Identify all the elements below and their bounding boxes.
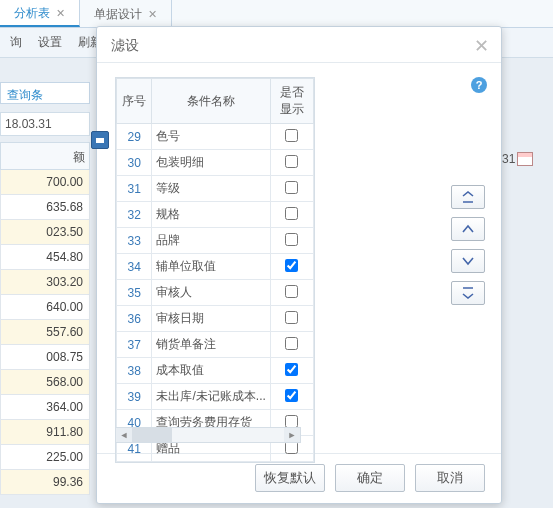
bg-tab-analysis[interactable]: 分析表 ✕	[0, 0, 80, 27]
cell-name: 辅单位取值	[152, 254, 270, 280]
cell-name: 销货单备注	[152, 332, 270, 358]
filter-grid: 序号 条件名称 是否显示 29色号30包装明细31等级32规格33品牌34辅单位…	[115, 77, 315, 463]
date-end-value: 31	[502, 152, 515, 166]
col-name[interactable]: 条件名称	[152, 79, 270, 124]
table-row[interactable]: 31等级	[117, 176, 314, 202]
table-cell: 640.00	[0, 295, 90, 320]
bg-tab-label: 分析表	[14, 5, 50, 22]
cell-name: 包装明细	[152, 150, 270, 176]
filter-dialog: 滤设 ✕ ? 序号 条件名称 是否显示 29色号30包装明细31等级32规格33…	[96, 26, 502, 504]
cell-name: 色号	[152, 124, 270, 150]
date-field[interactable]: 18.03.31	[0, 112, 90, 136]
show-checkbox[interactable]	[285, 389, 298, 402]
table-row[interactable]: 38成本取值	[117, 358, 314, 384]
cell-name: 规格	[152, 202, 270, 228]
chevron-top-icon	[461, 191, 475, 203]
horizontal-scrollbar[interactable]: ◄ ►	[115, 427, 301, 443]
cell-sn: 31	[117, 176, 152, 202]
cell-show	[270, 228, 313, 254]
table-row[interactable]: 35审核人	[117, 280, 314, 306]
show-checkbox[interactable]	[285, 181, 298, 194]
query-tab[interactable]: 查询条	[0, 82, 90, 104]
dialog-title-bar: 滤设 ✕	[97, 27, 501, 63]
cell-show	[270, 280, 313, 306]
bg-col-head: 额	[0, 142, 90, 170]
cell-show	[270, 202, 313, 228]
close-icon[interactable]: ✕	[474, 35, 489, 57]
cell-name: 等级	[152, 176, 270, 202]
cell-show	[270, 254, 313, 280]
cell-sn: 33	[117, 228, 152, 254]
cell-sn: 37	[117, 332, 152, 358]
table-row[interactable]: 30包装明细	[117, 150, 314, 176]
table-cell: 700.00	[0, 170, 90, 195]
date-end-field[interactable]: 31	[502, 148, 547, 170]
table-row[interactable]: 33品牌	[117, 228, 314, 254]
table-cell: 635.68	[0, 195, 90, 220]
move-bottom-button[interactable]	[451, 281, 485, 305]
table-cell: 557.60	[0, 320, 90, 345]
show-checkbox[interactable]	[285, 207, 298, 220]
table-cell: 303.20	[0, 270, 90, 295]
cell-sn: 39	[117, 384, 152, 410]
restore-default-button[interactable]: 恢复默认	[255, 464, 325, 492]
show-checkbox[interactable]	[285, 337, 298, 350]
table-cell: 225.00	[0, 445, 90, 470]
cell-sn: 29	[117, 124, 152, 150]
cell-show	[270, 358, 313, 384]
table-cell: 023.50	[0, 220, 90, 245]
show-checkbox[interactable]	[285, 415, 298, 428]
tool-query[interactable]: 询	[2, 34, 30, 51]
calendar-icon[interactable]	[517, 152, 533, 166]
close-icon[interactable]: ✕	[148, 8, 157, 21]
table-cell: 364.00	[0, 395, 90, 420]
col-show[interactable]: 是否显示	[270, 79, 313, 124]
table-row[interactable]: 32规格	[117, 202, 314, 228]
show-checkbox[interactable]	[285, 155, 298, 168]
bg-tabs: 分析表 ✕ 单据设计 ✕	[0, 0, 553, 28]
cell-show	[270, 150, 313, 176]
show-checkbox[interactable]	[285, 259, 298, 272]
show-checkbox[interactable]	[285, 363, 298, 376]
dialog-body: ? 序号 条件名称 是否显示 29色号30包装明细31等级32规格33品牌34辅…	[97, 63, 501, 453]
cell-show	[270, 176, 313, 202]
cell-show	[270, 384, 313, 410]
table-row[interactable]: 36审核日期	[117, 306, 314, 332]
help-icon[interactable]: ?	[471, 77, 487, 93]
show-checkbox[interactable]	[285, 311, 298, 324]
close-icon[interactable]: ✕	[56, 7, 65, 20]
show-checkbox[interactable]	[285, 233, 298, 246]
move-down-button[interactable]	[451, 249, 485, 273]
cell-sn: 36	[117, 306, 152, 332]
chevron-up-icon	[461, 223, 475, 235]
table-row[interactable]: 37销货单备注	[117, 332, 314, 358]
table-cell: 008.75	[0, 345, 90, 370]
cell-sn: 32	[117, 202, 152, 228]
scroll-thumb[interactable]	[132, 428, 172, 442]
cell-name: 审核人	[152, 280, 270, 306]
cell-name: 未出库/未记账成本...	[152, 384, 270, 410]
scroll-right-icon[interactable]: ►	[284, 428, 300, 442]
cell-name: 成本取值	[152, 358, 270, 384]
bg-tab-design[interactable]: 单据设计 ✕	[80, 0, 172, 27]
chevron-down-icon	[461, 255, 475, 267]
chevron-bottom-icon	[461, 287, 475, 299]
table-row[interactable]: 29色号	[117, 124, 314, 150]
show-checkbox[interactable]	[285, 285, 298, 298]
move-top-button[interactable]	[451, 185, 485, 209]
table-row[interactable]: 34辅单位取值	[117, 254, 314, 280]
save-icon[interactable]	[91, 131, 109, 149]
cancel-button[interactable]: 取消	[415, 464, 485, 492]
cell-sn: 34	[117, 254, 152, 280]
show-checkbox[interactable]	[285, 129, 298, 142]
table-row[interactable]: 39未出库/未记账成本...	[117, 384, 314, 410]
move-up-button[interactable]	[451, 217, 485, 241]
tool-settings[interactable]: 设置	[30, 34, 70, 51]
cell-show	[270, 306, 313, 332]
cell-sn: 38	[117, 358, 152, 384]
col-sn[interactable]: 序号	[117, 79, 152, 124]
cell-show	[270, 332, 313, 358]
table-cell: 568.00	[0, 370, 90, 395]
ok-button[interactable]: 确定	[335, 464, 405, 492]
scroll-left-icon[interactable]: ◄	[116, 428, 132, 442]
